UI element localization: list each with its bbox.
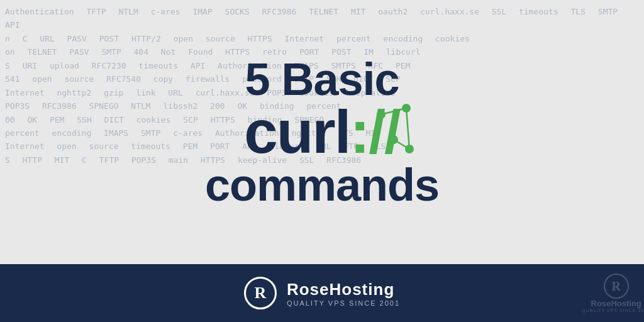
- faded-logo-icon: R: [604, 274, 629, 299]
- main-container: Authentication TFTP NTLM c-ares IMAP SOC…: [0, 0, 644, 322]
- svg-line-5: [406, 108, 409, 149]
- title-overlay: 5 Basic curl ://: [0, 0, 644, 264]
- svg-line-6: [394, 140, 409, 149]
- title-block: 5 Basic curl ://: [205, 57, 439, 208]
- faded-logo-tagline: QUALITY VPS SINCE 2001: [582, 308, 644, 313]
- logo-icon: R: [244, 277, 277, 309]
- title-line2: curl ://: [244, 102, 399, 162]
- curl-symbol: ://: [350, 102, 399, 162]
- company-name: RoseHosting: [287, 280, 394, 299]
- faded-logo-name: RoseHosting: [591, 299, 641, 308]
- faded-logo: R RoseHosting QUALITY VPS SINCE 2001: [582, 264, 644, 322]
- bottom-bar: R RoseHosting QUALITY VPS SINCE 2001 R R…: [0, 264, 644, 322]
- company-tagline: QUALITY VPS SINCE 2001: [287, 299, 400, 307]
- svg-line-4: [381, 108, 406, 114]
- curl-text: curl: [244, 98, 350, 165]
- logo-text-block: RoseHosting QUALITY VPS SINCE 2001: [287, 280, 400, 307]
- circuit-decoration: [369, 96, 419, 171]
